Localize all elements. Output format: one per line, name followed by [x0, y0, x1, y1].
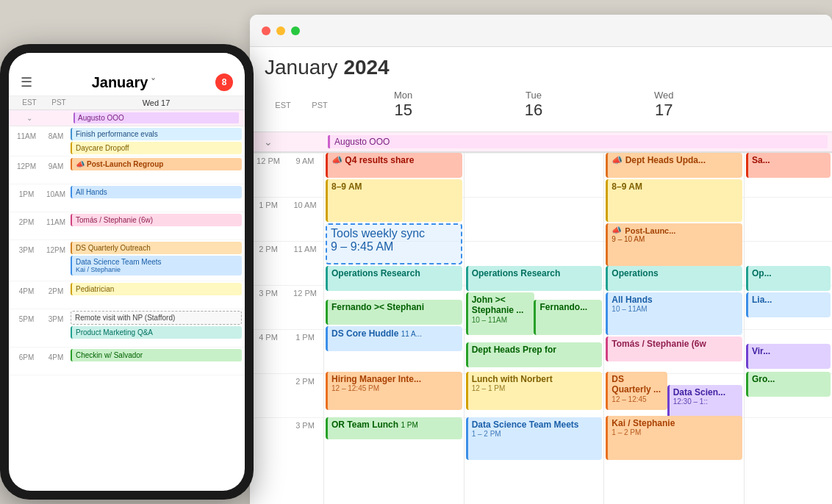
event-tools-weekly-sync[interactable]: Tools weekly sync 9 – 9:45 AM [326, 223, 462, 264]
tue-hour-1 [465, 153, 604, 197]
event-operations-research-tue[interactable]: Operations Research [466, 266, 603, 291]
event-q4-results[interactable]: 📣 Q4 results share [326, 153, 462, 178]
phone-overlay: ☰ January ˅ 8 EST PST Wed 17 ⌄ Augusto O… [0, 44, 254, 500]
phone-row-3pm: 3PM 12PM DS Quarterly Outreach Data Scie… [9, 240, 245, 281]
phone-menu-icon[interactable]: ☰ [21, 74, 32, 90]
day-num-15: 15 [341, 101, 465, 120]
phone-time-5pm-est: 5PM [12, 311, 41, 323]
time-slot-10am-pst: 10 AM [287, 197, 323, 241]
phone-month-nav: January ˅ [92, 74, 157, 91]
event-dept-heads-prep-tue[interactable]: Dept Heads Prep for [466, 342, 603, 367]
minimize-button[interactable] [276, 26, 285, 35]
phone-allday-event[interactable]: Augusto OOO [73, 112, 239, 123]
phone-time-1pm-est: 1PM [12, 186, 41, 198]
phone-time-12pm-est: 12PM [12, 158, 41, 170]
time-slot-5pm-est [250, 373, 287, 417]
phone-allday-collapse[interactable]: ⌄ [15, 112, 44, 123]
phone-tz-est: EST [15, 98, 44, 107]
thursday-partial-column: Sa... Op... Lia... Vir... Gro... [744, 153, 832, 504]
phone-event-ds-quarterly[interactable]: DS Quarterly Outreach [71, 242, 242, 254]
event-or-team-lunch[interactable]: OR Team Lunch 1 PM [326, 417, 462, 439]
phone-event-data-science-meets[interactable]: Data Science Team Meets Kai / Stephanie [71, 256, 242, 276]
phone-time-8am-pst: 8AM [41, 128, 71, 140]
day-header-wed17[interactable]: Wed 17 [599, 87, 729, 123]
event-lia-thu[interactable]: Lia... [746, 292, 831, 317]
day-header-mon15[interactable]: Mon 15 [338, 87, 468, 123]
phone-events-11am: Finish performance evals Daycare Dropoff [71, 128, 242, 154]
time-slot-9am-pst: 9 AM [287, 153, 323, 197]
close-button[interactable] [262, 26, 270, 35]
event-all-hands-wed[interactable]: All Hands 10 – 11AM [606, 292, 742, 335]
event-8-9am-mon[interactable]: 8–9 AM [326, 179, 462, 222]
event-ds-core-huddle[interactable]: DS Core Huddle 11 A... [326, 326, 462, 351]
phone-event-pediatrician[interactable]: Pediatrician [71, 283, 242, 295]
time-slot-3pm-est: 3 PM [250, 285, 287, 329]
event-ds-quarterly-wed[interactable]: DS Quarterly ... 12 – 12:45 [606, 372, 667, 410]
phone-event-checkin-salvador[interactable]: Checkin w/ Salvador [71, 349, 242, 361]
phone-time-6pm-est: 6PM [12, 349, 41, 361]
phone-day-headers: EST PST Wed 17 [9, 96, 245, 110]
event-post-launch-regroup-wed[interactable]: 📣 Post-Launc... 9 – 10 AM [606, 223, 742, 266]
phone-event-tomas-stephanie[interactable]: Tomás / Stephanie (6w) [71, 214, 242, 226]
time-slot-12pm-pst: 12 PM [287, 285, 323, 329]
event-operations-wed[interactable]: Operations [606, 266, 742, 291]
allday-event-augusto[interactable]: Augusto OOO [328, 135, 828, 148]
phone-event-all-hands[interactable]: All Hands [71, 186, 242, 198]
phone-event-post-launch[interactable]: 📣Post-Launch Regroup [71, 158, 242, 170]
event-john-stephanie-tue[interactable]: John >< Stephanie ... 10 – 11AM [466, 292, 534, 335]
tz-pst-label: PST [301, 101, 338, 109]
phone-time-3pm-pst: 3PM [41, 311, 71, 323]
phone-row-11am: 11AM 8AM Finish performance evals Daycar… [9, 126, 245, 156]
event-8-9am-wed[interactable]: 8–9 AM [606, 179, 742, 222]
est-time-column: 12 PM 1 PM 2 PM 3 PM 4 PM [250, 153, 287, 504]
time-slot-2pm-est: 2 PM [250, 241, 287, 285]
event-hiring-manager-mon[interactable]: Hiring Manager Inte... 12 – 12:45 PM [326, 372, 462, 410]
event-data-science-team-meets-tue[interactable]: Data Science Team Meets 1 – 2 PM [466, 417, 603, 460]
month-label: January [265, 56, 338, 79]
time-slot-12pm-est: 12 PM [250, 153, 287, 197]
event-vir-thu[interactable]: Vir... [746, 344, 831, 369]
event-fernando-stephanie-mon[interactable]: Fernando >< Stephani [326, 300, 462, 325]
phone-time-3pm-est: 3PM [12, 242, 41, 254]
phone-row-5pm: 5PM 3PM Remote visit with NP (Stafford) … [9, 309, 245, 348]
maximize-button[interactable] [291, 26, 300, 35]
day-name-mon: Mon [341, 90, 465, 101]
phone-chevron-icon[interactable]: ˅ [151, 76, 156, 88]
phone-tz-pst: PST [44, 98, 73, 107]
phone-event-list: 11AM 8AM Finish performance evals Daycar… [9, 126, 245, 491]
event-gro-thu[interactable]: Gro... [746, 372, 831, 397]
phone-event-daycare[interactable]: Daycare Dropoff [71, 142, 242, 154]
phone-time-11am-pst: 11AM [41, 214, 71, 226]
allday-collapse-icon[interactable]: ⌄ [250, 136, 287, 148]
event-tomas-stephanie-wed[interactable]: Tomás / Stephanie (6w [606, 336, 742, 361]
phone-event-product-marketing[interactable]: Product Marketing Q&A [71, 326, 242, 339]
calendar-title: January 2024 [265, 56, 817, 79]
event-operations-thu-partial[interactable]: Op... [746, 266, 831, 291]
event-kai-stephanie-wed[interactable]: Kai / Stephanie 1 – 2 PM [606, 416, 742, 460]
day-headers-row: EST PST Mon 15 Tue 16 Wed 17 [265, 84, 817, 126]
phone-time-10am-pst: 10AM [41, 186, 71, 198]
phone-event-remote-visit[interactable]: Remote visit with NP (Stafford) [71, 311, 242, 325]
phone-event-finish-performance[interactable]: Finish performance evals [71, 128, 242, 140]
phone-notification-badge[interactable]: 8 [215, 73, 233, 91]
event-fernando-tue[interactable]: Fernando... [534, 300, 602, 335]
phone-time-2pm-est: 2PM [12, 214, 41, 226]
phone-time-11am-est: 11AM [12, 128, 41, 140]
day-name-wed: Wed [602, 90, 726, 101]
pst-time-column: 9 AM 10 AM 11 AM 12 PM 1 PM 2 PM 3 PM [287, 153, 323, 504]
phone-row-12pm: 12PM 9AM 📣Post-Launch Regroup [9, 156, 245, 184]
wednesday-column: 📣 Dept Heads Upda... 8–9 AM 📣 Post-Launc… [603, 153, 744, 504]
phone-events-3pm: DS Quarterly Outreach Data Science Team … [71, 242, 242, 276]
main-calendar-window: January 2024 EST PST Mon 15 Tue 16 Wed 1… [250, 15, 832, 504]
tue-hour-2 [465, 197, 604, 241]
phone-header: ☰ January ˅ 8 [9, 68, 245, 96]
phone-status-bar [9, 53, 245, 68]
phone-row-1pm: 1PM 10AM All Hands [9, 184, 245, 212]
event-dept-heads-update-wed[interactable]: 📣 Dept Heads Upda... [606, 153, 742, 178]
event-partial-thu[interactable]: Sa... [746, 153, 831, 178]
event-operations-research-mon[interactable]: Operations Research [326, 266, 462, 291]
day-header-tue16[interactable]: Tue 16 [468, 87, 598, 123]
phone-row-4pm: 4PM 2PM Pediatrician [9, 281, 245, 309]
phone-row-2pm: 2PM 11AM Tomás / Stephanie (6w) [9, 212, 245, 240]
event-lunch-norbert-tue[interactable]: Lunch with Norbert 12 – 1 PM [466, 372, 603, 410]
